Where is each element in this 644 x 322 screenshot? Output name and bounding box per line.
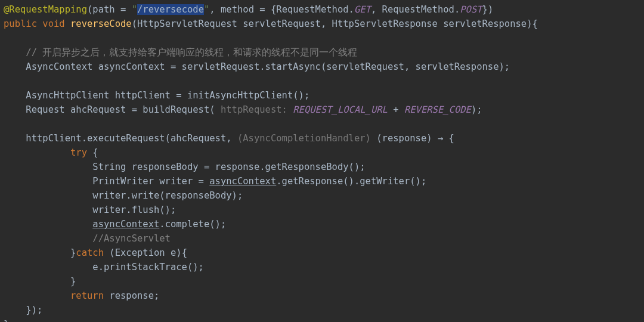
enum-constant: POST xyxy=(460,4,482,15)
variable-ref: asyncContext xyxy=(209,176,276,187)
constant: REQUEST_LOCAL_URL xyxy=(293,104,388,115)
comment: //AsyncServlet xyxy=(4,233,171,244)
keyword: return xyxy=(70,290,104,301)
code-line: try { xyxy=(4,147,98,158)
code-line: e.printStackTrace(); xyxy=(4,262,204,273)
code-line: } xyxy=(4,276,76,287)
text: + xyxy=(388,104,404,115)
text: , RequestMethod. xyxy=(371,4,460,15)
text: .complete(); xyxy=(159,219,226,230)
text: }) xyxy=(482,4,494,15)
string-quote: " xyxy=(132,4,137,15)
string-selected: /reversecode xyxy=(137,4,204,15)
code-line: }catch (Exception e){ xyxy=(4,247,187,258)
text: (HttpServletRequest servletRequest, Http… xyxy=(132,18,538,29)
text: , method = {RequestMethod. xyxy=(209,4,354,15)
text: Request ahcRequest = buildRequest( xyxy=(4,104,221,115)
code-line: AsyncHttpClient httpClient = initAsyncHt… xyxy=(4,90,309,101)
code-line: @RequestMapping(path = "/reversecode", m… xyxy=(4,4,493,15)
constant: REVERSE_CODE xyxy=(404,104,471,115)
keyword: try xyxy=(70,147,87,158)
text: } xyxy=(4,247,76,258)
code-line: }); xyxy=(4,305,42,315)
code-line: PrintWriter writer = asyncContext.getRes… xyxy=(4,176,426,187)
code-line: AsyncContext asyncContext = servletReque… xyxy=(4,61,510,72)
code-line: asyncContext.complete(); xyxy=(4,219,226,230)
keyword: public void xyxy=(4,18,70,29)
enum-constant: GET xyxy=(354,4,371,15)
text: { xyxy=(87,147,98,158)
lambda: (response) → { xyxy=(376,133,454,144)
code-line: } xyxy=(4,319,9,322)
annotation: @RequestMapping xyxy=(4,4,87,15)
code-line: httpClient.executeRequest(ahcRequest, (A… xyxy=(4,133,454,144)
text xyxy=(4,219,92,230)
keyword: catch xyxy=(76,247,104,258)
text: .getResponse().getWriter(); xyxy=(276,176,426,187)
string-quote: " xyxy=(204,4,209,15)
text: httpClient.executeRequest(ahcRequest, xyxy=(4,133,237,144)
param-hint: httpRequest: xyxy=(221,104,293,115)
code-line: writer.write(responseBody); xyxy=(4,190,243,201)
code-line: String responseBody = response.getRespon… xyxy=(4,162,366,172)
comment: // 开启异步之后，就支持给客户端响应的线程，和请求的线程不是同一个线程 xyxy=(4,47,357,58)
code-line: writer.flush(); xyxy=(4,205,176,215)
code-line: Request ahcRequest = buildRequest( httpR… xyxy=(4,104,482,115)
variable-ref: asyncContext xyxy=(92,219,159,230)
text: (Exception e){ xyxy=(104,247,187,258)
text: response; xyxy=(104,290,159,301)
text xyxy=(4,147,70,158)
param-hint: (AsyncCompletionHandler) xyxy=(237,133,376,144)
text: PrintWriter writer = xyxy=(4,176,209,187)
code-line: return response; xyxy=(4,290,159,301)
text: ); xyxy=(471,104,482,115)
code-editor[interactable]: @RequestMapping(path = "/reversecode", m… xyxy=(0,0,644,322)
text: (path = xyxy=(87,4,132,15)
text xyxy=(4,290,70,301)
code-line: public void reverseCode(HttpServletReque… xyxy=(4,18,538,29)
method-name: reverseCode xyxy=(70,18,132,29)
